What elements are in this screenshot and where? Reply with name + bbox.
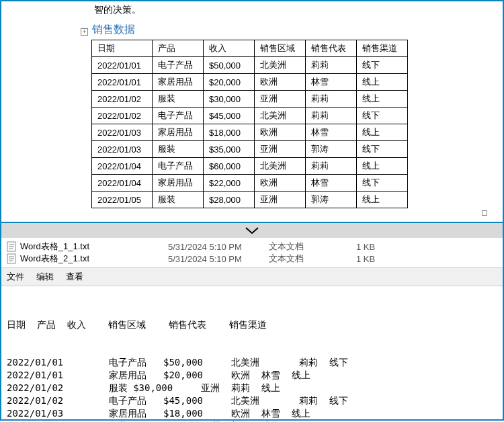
table-cell: 亚洲 (255, 91, 306, 108)
table-cell: $35,000 (204, 141, 255, 158)
notepad-text-area[interactable]: 日期 产品 收入 销售区域 销售代表 销售渠道 2022/01/01 电子产品 … (1, 286, 503, 422)
table-row[interactable]: 2022/01/01家居用品$20,000欧洲林雪线上 (92, 74, 408, 91)
text-line: 2022/01/01 家居用品 $20,000 欧洲 林雪 线上 (7, 369, 497, 382)
text-line: 2022/01/02 电子产品 $45,000 北美洲 莉莉 线下 (7, 394, 497, 407)
file-type: 文本文档 (269, 253, 356, 265)
table-cell: 欧洲 (255, 124, 306, 141)
table-cell: 服装 (153, 192, 204, 208)
table-cell: $28,000 (204, 192, 255, 208)
pane-divider[interactable] (0, 223, 504, 238)
sales-table[interactable]: 日期 产品 收入 销售区域 销售代表 销售渠道 2022/01/01电子产品$5… (91, 40, 408, 208)
table-cell: 2022/01/02 (92, 108, 153, 124)
table-row[interactable]: 2022/01/01电子产品$50,000北美洲莉莉线下 (92, 57, 408, 74)
table-cell: 北美洲 (255, 158, 306, 175)
table-cell: 欧洲 (255, 74, 306, 91)
table-cell: 北美洲 (255, 57, 306, 74)
table-cell: 线下 (357, 57, 408, 74)
file-type: 文本文档 (269, 241, 356, 253)
text-line: 2022/01/03 家居用品 $18,000 欧洲 林雪 线上 (7, 407, 497, 420)
table-cell: 亚洲 (255, 141, 306, 158)
table-cell: $50,000 (204, 57, 255, 74)
table-row[interactable]: 2022/01/05服装$28,000亚洲郭涛线上 (92, 192, 408, 208)
file-size: 1 KB (356, 242, 410, 252)
table-cell: 线下 (357, 141, 408, 158)
table-cell: $20,000 (204, 74, 255, 91)
table-cell: 线下 (357, 175, 408, 192)
table-cell: $45,000 (204, 108, 255, 124)
table-cell: 北美洲 (255, 108, 306, 124)
table-cell: 服装 (153, 91, 204, 108)
table-cell: 2022/01/03 (92, 124, 153, 141)
file-row[interactable]: Word表格_1_1.txt 5/31/2024 5:10 PM 文本文档 1 … (1, 241, 503, 253)
menu-file[interactable]: 文件 (7, 271, 24, 283)
table-cell: 2022/01/05 (92, 192, 153, 208)
table-cell: 2022/01/03 (92, 141, 153, 158)
menu-edit[interactable]: 编辑 (36, 271, 54, 283)
table-cell: 莉莉 (306, 57, 357, 74)
table-cell: 线上 (357, 74, 408, 91)
table-row[interactable]: 2022/01/03服装$35,000亚洲郭涛线下 (92, 141, 408, 158)
table-cell: 电子产品 (153, 158, 204, 175)
table-cell: 2022/01/01 (92, 74, 153, 91)
menu-view[interactable]: 查看 (66, 271, 83, 283)
table-cell: 林雪 (306, 124, 357, 141)
word-document-pane: 智的决策。 + 销售数据 日期 产品 收入 销售区域 销售代表 销售渠道 202… (0, 0, 504, 223)
table-cell: 线下 (357, 108, 408, 124)
document-page[interactable]: 智的决策。 + 销售数据 日期 产品 收入 销售区域 销售代表 销售渠道 202… (13, 4, 491, 219)
table-cell: 郭涛 (306, 192, 357, 208)
table-cell: 线上 (357, 91, 408, 108)
table-cell: 家居用品 (153, 175, 204, 192)
table-cell: 2022/01/02 (92, 91, 153, 108)
table-cell: 亚洲 (255, 192, 306, 208)
chevron-down-icon (244, 226, 260, 235)
file-list[interactable]: Word表格_1_1.txt 5/31/2024 5:10 PM 文本文档 1 … (1, 238, 503, 267)
text-header-line: 日期 产品 收入 销售区域 销售代表 销售渠道 (7, 319, 497, 331)
table-cell: $30,000 (204, 91, 255, 108)
table-cell: 电子产品 (153, 108, 204, 124)
table-cell: 电子产品 (153, 57, 204, 74)
file-date: 5/31/2024 5:10 PM (168, 254, 269, 264)
col-header-product: 产品 (153, 40, 204, 57)
col-header-region: 销售区域 (255, 40, 306, 57)
text-file-icon (7, 241, 16, 252)
table-cell: 服装 (153, 141, 204, 158)
col-header-revenue: 收入 (204, 40, 255, 57)
table-row[interactable]: 2022/01/03家居用品$18,000欧洲林雪线上 (92, 124, 408, 141)
col-header-date: 日期 (92, 40, 153, 57)
table-row[interactable]: 2022/01/04家居用品$22,000欧洲林雪线下 (92, 175, 408, 192)
table-cell: 欧洲 (255, 175, 306, 192)
table-cell: $22,000 (204, 175, 255, 192)
table-cell: $18,000 (204, 124, 255, 141)
table-cell: 莉莉 (306, 158, 357, 175)
table-row[interactable]: 2022/01/02服装$30,000亚洲莉莉线上 (92, 91, 408, 108)
table-cell: 线上 (357, 158, 408, 175)
table-row[interactable]: 2022/01/02电子产品$45,000北美洲莉莉线下 (92, 108, 408, 124)
file-row[interactable]: Word表格_2_1.txt 5/31/2024 5:10 PM 文本文档 1 … (1, 253, 503, 265)
collapse-plus-icon[interactable]: + (81, 28, 88, 36)
bottom-pane: Word表格_1_1.txt 5/31/2024 5:10 PM 文本文档 1 … (0, 238, 504, 421)
table-cell: 2022/01/01 (92, 57, 153, 74)
text-line: 2022/01/02 服装 $30,000 亚洲 莉莉 线上 (7, 382, 497, 394)
file-name: Word表格_1_1.txt (20, 241, 168, 253)
table-cell: 莉莉 (306, 108, 357, 124)
table-cell: 林雪 (306, 175, 357, 192)
paragraph-text: 智的决策。 (94, 4, 484, 16)
table-cell: 线上 (357, 192, 408, 208)
text-line: 2022/01/01 电子产品 $50,000 北美洲 莉莉 线下 (7, 356, 497, 369)
col-header-rep: 销售代表 (306, 40, 357, 57)
file-size: 1 KB (356, 254, 410, 264)
file-name: Word表格_2_1.txt (20, 253, 168, 265)
section-heading: 销售数据 (92, 23, 135, 37)
notepad-menu-bar: 文件 编辑 查看 (1, 267, 503, 286)
table-cell: 莉莉 (306, 91, 357, 108)
table-cell: 2022/01/04 (92, 175, 153, 192)
table-resize-handle-icon[interactable] (482, 210, 487, 216)
table-cell: 郭涛 (306, 141, 357, 158)
table-header-row: 日期 产品 收入 销售区域 销售代表 销售渠道 (92, 40, 408, 57)
table-row[interactable]: 2022/01/04电子产品$60,000北美洲莉莉线上 (92, 158, 408, 175)
file-date: 5/31/2024 5:10 PM (168, 242, 269, 252)
table-cell: 林雪 (306, 74, 357, 91)
table-cell: 2022/01/04 (92, 158, 153, 175)
table-cell: 家居用品 (153, 124, 204, 141)
text-file-icon (7, 253, 16, 264)
